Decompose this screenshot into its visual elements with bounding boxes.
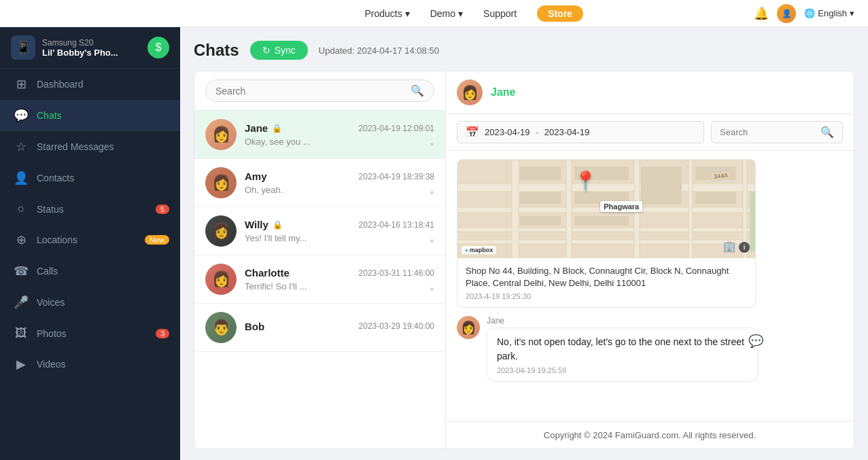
language-selector[interactable]: 🌐 English ▾ <box>804 8 854 18</box>
status-icon: ○ <box>14 202 29 216</box>
svg-rect-10 <box>520 192 561 204</box>
chat-item-bob[interactable]: 👨 Bob 2023-03-29 19:40:00 <box>194 304 445 352</box>
sidebar-item-label: Starred Messages <box>37 141 114 152</box>
svg-rect-11 <box>520 166 561 180</box>
device-info: Samsung S20 Lil' Bobby's Pho... <box>42 38 141 58</box>
notification-bell-icon[interactable]: 🔔 <box>754 6 769 21</box>
chat-item-willy[interactable]: 👩 Willy 🔒 2023-04-16 13:18:41 Yes! I'll … <box>194 207 445 255</box>
avatar-charlotte: 👩 <box>205 264 237 295</box>
chats-icon: 💬 <box>14 108 29 123</box>
svg-rect-1 <box>457 183 755 192</box>
chat-time-jane: 2023-04-19 12:09:01 <box>359 124 434 133</box>
chat-name-bob: Bob <box>245 321 264 332</box>
nav-support[interactable]: Support <box>483 8 517 19</box>
chat-item-charlotte[interactable]: 👩 Charlotte 2023-03-31 11:46:00 Terrific… <box>194 255 445 304</box>
detail-contact-name: Jane <box>491 86 515 99</box>
chat-name-amy: Amy <box>245 171 267 182</box>
star-icon: ☆ <box>14 139 29 154</box>
avatar-jane: 👩 <box>205 119 237 150</box>
svg-rect-5 <box>512 160 519 258</box>
sidebar-item-contacts[interactable]: 👤 Contacts <box>0 162 180 194</box>
chat-preview-amy: Oh, yeah. <box>245 185 434 195</box>
sidebar-item-label: Dashboard <box>37 79 84 90</box>
svg-rect-15 <box>695 192 736 204</box>
chat-info-bob: Bob 2023-03-29 19:40:00 <box>245 321 434 335</box>
chat-items-list: 👩 Jane 🔒 2023-04-19 12:09:01 Okay, see y… <box>194 111 445 448</box>
detail-search-input[interactable] <box>720 127 815 137</box>
sidebar-item-locations[interactable]: ⊕ Locations New <box>0 224 180 255</box>
sidebar-item-starred[interactable]: ☆ Starred Messages <box>0 131 180 162</box>
device-header: 📱 Samsung S20 Lil' Bobby's Pho... $ <box>0 27 180 69</box>
chats-container: 🔍 👩 Jane 🔒 2023-04-19 12:09:01 <box>194 71 854 449</box>
chat-info-charlotte: Charlotte 2023-03-31 11:46:00 Terrific! … <box>245 267 434 291</box>
avatar-bob: 👨 <box>205 312 237 343</box>
sidebar-item-chats[interactable]: 💬 Chats <box>0 100 180 131</box>
detail-search-box[interactable]: 🔍 <box>711 121 843 143</box>
star-icon-charlotte: ⭑ <box>430 283 434 295</box>
star-icon-willy: ⭑ <box>430 234 434 247</box>
page-title: Chats <box>194 41 239 60</box>
lock-icon: 🔒 <box>272 124 282 133</box>
chat-detail-header: 👩 Jane <box>446 71 854 114</box>
page-header: Chats ↻ Sync Updated: 2024-04-17 14:08:5… <box>194 41 854 60</box>
nav-center: Products ▾ Demo ▾ Support Store <box>194 5 754 22</box>
nav-demo[interactable]: Demo ▾ <box>430 8 463 19</box>
chat-info-jane: Jane 🔒 2023-04-19 12:09:01 Okay, see you… <box>245 122 434 147</box>
sync-button[interactable]: ↻ Sync <box>250 41 308 60</box>
map-timestamp: 2023-4-19 19:25:30 <box>466 292 747 300</box>
svg-rect-17 <box>520 216 561 226</box>
svg-rect-14 <box>641 166 682 205</box>
sidebar-item-label: Videos <box>37 359 66 370</box>
chat-search-area: 🔍 <box>194 71 445 111</box>
message-text: No, it's not open today, let's go to the… <box>497 335 748 364</box>
chat-name-charlotte: Charlotte <box>245 267 290 279</box>
chat-name-willy: Willy <box>245 219 268 230</box>
nav-products[interactable]: Products ▾ <box>364 8 409 19</box>
chat-item-jane[interactable]: 👩 Jane 🔒 2023-04-19 12:09:01 Okay, see y… <box>194 111 445 159</box>
map-address-block: Shop No 44, Building, N Block, Connaught… <box>457 258 755 307</box>
chat-preview-charlotte: Terrific! So I'll ... <box>245 281 434 291</box>
dashboard-icon: ⊞ <box>14 77 29 92</box>
chat-filter-bar: 📅 2023-04-19 - 2023-04-19 🔍 <box>446 114 854 151</box>
contacts-icon: 👤 <box>14 171 29 185</box>
sidebar-item-label: Status <box>37 204 64 215</box>
chat-time-bob: 2023-03-29 19:40:00 <box>359 321 434 331</box>
chat-messages-area: 📍 Phagwara 344A mapbox 🏢 i Shop No <box>446 151 854 421</box>
sidebar-item-label: Locations <box>37 234 77 245</box>
chat-item-amy[interactable]: 👩 Amy 2023-04-19 18:39:38 Oh, yeah. ⭑ <box>194 159 445 207</box>
sync-rotate-icon: ↻ <box>262 45 271 56</box>
message-avatar-jane: 👩 <box>457 316 480 339</box>
message-text-bubble: No, it's not open today, let's go to the… <box>487 328 759 382</box>
svg-rect-8 <box>689 160 693 258</box>
date-range-selector[interactable]: 📅 2023-04-19 - 2023-04-19 <box>457 121 704 143</box>
sidebar-item-photos[interactable]: 🖼 Photos 3 <box>0 318 180 349</box>
date-from: 2023-04-19 <box>485 127 530 137</box>
map-address-text: Shop No 44, Building, N Block, Connaught… <box>466 265 747 289</box>
chat-name-jane: Jane <box>245 122 268 134</box>
sidebar-item-status[interactable]: ○ Status 5 <box>0 194 180 224</box>
date-to: 2023-04-19 <box>544 127 590 137</box>
detail-avatar-jane: 👩 <box>457 79 483 105</box>
sidebar-item-voices[interactable]: 🎤 Voices <box>0 287 180 318</box>
message-content-jane: Jane No, it's not open today, let's go t… <box>487 316 759 382</box>
status-badge: 5 <box>156 205 169 214</box>
nav-store[interactable]: Store <box>537 5 583 22</box>
search-input[interactable] <box>215 86 405 96</box>
map-city-label: Phagwara <box>600 201 642 212</box>
user-avatar[interactable]: 👤 <box>777 4 796 23</box>
sidebar-item-dashboard[interactable]: ⊞ Dashboard <box>0 69 180 100</box>
map-visual: 📍 Phagwara 344A mapbox 🏢 i <box>457 160 755 258</box>
sidebar-item-videos[interactable]: ▶ Videos <box>0 349 180 380</box>
avatar-willy: 👩 <box>205 215 237 247</box>
nav-right: 🔔 👤 🌐 English ▾ <box>754 4 854 23</box>
sidebar-item-label: Contacts <box>37 173 74 183</box>
sidebar-item-calls[interactable]: ☎ Calls <box>0 255 180 287</box>
chat-time-amy: 2023-04-19 18:39:38 <box>359 172 434 181</box>
main-content: Chats ↻ Sync Updated: 2024-04-17 14:08:5… <box>180 27 868 460</box>
chat-info-willy: Willy 🔒 2023-04-16 13:18:41 Yes! I'll te… <box>245 219 434 243</box>
chat-time-willy: 2023-04-16 13:18:41 <box>359 220 434 230</box>
search-box[interactable]: 🔍 <box>205 79 434 102</box>
sync-icon[interactable]: $ <box>147 37 169 58</box>
sidebar-item-label: Calls <box>37 266 58 277</box>
device-icon: 📱 <box>11 35 35 60</box>
